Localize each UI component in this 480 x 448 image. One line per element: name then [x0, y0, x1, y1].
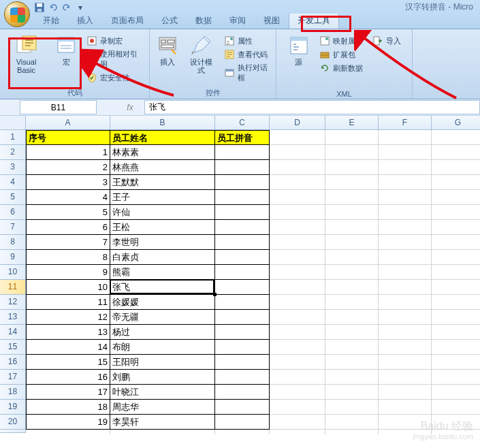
- cell-E3[interactable]: [325, 160, 379, 175]
- cell-B17[interactable]: 刘鹏: [110, 370, 215, 385]
- row-header-5[interactable]: 5: [0, 190, 26, 205]
- cell-C15[interactable]: [215, 340, 270, 355]
- row-header-19[interactable]: 19: [0, 400, 26, 415]
- cell-F2[interactable]: [379, 145, 432, 160]
- row-header-21[interactable]: [0, 430, 26, 433]
- cell-D13[interactable]: [270, 310, 325, 325]
- cell-D21[interactable]: [270, 430, 325, 434]
- row-header-6[interactable]: 6: [0, 205, 26, 220]
- cell-G9[interactable]: [432, 250, 480, 265]
- column-header-F[interactable]: F: [379, 116, 432, 130]
- cell-G10[interactable]: [432, 265, 480, 280]
- cell-A8[interactable]: 7: [26, 235, 110, 250]
- cell-B9[interactable]: 白素贞: [110, 250, 215, 265]
- select-all-corner[interactable]: [0, 116, 26, 130]
- cell-C17[interactable]: [215, 370, 270, 385]
- cell-A12[interactable]: 11: [26, 295, 110, 310]
- cell-B1[interactable]: 员工姓名: [110, 130, 215, 145]
- row-header-4[interactable]: 4: [0, 175, 26, 190]
- cell-C11[interactable]: [215, 280, 270, 295]
- cell-B7[interactable]: 王松: [110, 220, 215, 235]
- cell-D3[interactable]: [270, 160, 325, 175]
- cell-B4[interactable]: 王默默: [110, 175, 215, 190]
- cell-G20[interactable]: [432, 415, 480, 430]
- cell-C7[interactable]: [215, 220, 270, 235]
- cell-F17[interactable]: [379, 370, 432, 385]
- macro-security-button[interactable]: 宏安全性: [85, 71, 144, 84]
- cell-B19[interactable]: 周志华: [110, 400, 215, 415]
- column-header-E[interactable]: E: [325, 116, 379, 130]
- cell-F10[interactable]: [379, 265, 432, 280]
- cell-E18[interactable]: [325, 385, 379, 400]
- row-header-14[interactable]: 14: [0, 325, 26, 340]
- row-header-7[interactable]: 7: [0, 220, 26, 235]
- use-relative-refs-button[interactable]: 使用相对引用: [85, 48, 144, 70]
- cell-C12[interactable]: [215, 295, 270, 310]
- cell-G1[interactable]: [432, 130, 480, 145]
- cell-G16[interactable]: [432, 355, 480, 370]
- cell-G5[interactable]: [432, 190, 480, 205]
- cell-E21[interactable]: [325, 430, 379, 434]
- row-header-15[interactable]: 15: [0, 340, 26, 355]
- cell-B5[interactable]: 王子: [110, 190, 215, 205]
- cell-E13[interactable]: [325, 310, 379, 325]
- cell-G15[interactable]: [432, 340, 480, 355]
- cell-E10[interactable]: [325, 265, 379, 280]
- cell-E1[interactable]: [325, 130, 379, 145]
- cell-G11[interactable]: [432, 280, 480, 295]
- refresh-data-button[interactable]: 刷新数据: [318, 62, 364, 74]
- cell-A19[interactable]: 18: [26, 400, 110, 415]
- cell-B12[interactable]: 徐媛媛: [110, 295, 215, 310]
- cell-C4[interactable]: [215, 175, 270, 190]
- cell-G4[interactable]: [432, 175, 480, 190]
- cell-D10[interactable]: [270, 265, 325, 280]
- cell-G18[interactable]: [432, 385, 480, 400]
- cell-C8[interactable]: [215, 235, 270, 250]
- cell-F5[interactable]: [379, 190, 432, 205]
- cell-C10[interactable]: [215, 265, 270, 280]
- cell-D6[interactable]: [270, 205, 325, 220]
- cell-F1[interactable]: [379, 130, 432, 145]
- cell-C18[interactable]: [215, 385, 270, 400]
- cell-C1[interactable]: 员工拼音: [215, 130, 270, 145]
- cell-B18[interactable]: 叶晓江: [110, 385, 215, 400]
- cell-C21[interactable]: [215, 430, 270, 434]
- properties-button[interactable]: 属性: [223, 35, 270, 47]
- cell-F19[interactable]: [379, 400, 432, 415]
- cell-A2[interactable]: 1: [26, 145, 110, 160]
- cell-A13[interactable]: 12: [26, 310, 110, 325]
- cell-F3[interactable]: [379, 160, 432, 175]
- cell-F12[interactable]: [379, 295, 432, 310]
- cell-E9[interactable]: [325, 250, 379, 265]
- cell-B15[interactable]: 布朗: [110, 340, 215, 355]
- cell-A10[interactable]: 9: [26, 265, 110, 280]
- cell-C6[interactable]: [215, 205, 270, 220]
- fx-icon[interactable]: fx: [120, 103, 140, 112]
- cell-B10[interactable]: 熊霸: [110, 265, 215, 280]
- cell-C13[interactable]: [215, 310, 270, 325]
- cell-D12[interactable]: [270, 295, 325, 310]
- cell-B20[interactable]: 李昊轩: [110, 415, 215, 430]
- row-header-11[interactable]: 11: [0, 280, 26, 295]
- tab-开发工具[interactable]: 开发工具: [289, 12, 339, 29]
- cell-E5[interactable]: [325, 190, 379, 205]
- tab-审阅[interactable]: 审阅: [221, 12, 255, 29]
- cell-F20[interactable]: [379, 415, 432, 430]
- cell-B6[interactable]: 许仙: [110, 205, 215, 220]
- row-header-20[interactable]: 20: [0, 415, 26, 430]
- cell-E15[interactable]: [325, 340, 379, 355]
- row-header-3[interactable]: 3: [0, 160, 26, 175]
- cell-B2[interactable]: 林素素: [110, 145, 215, 160]
- tab-页面布局[interactable]: 页面布局: [102, 12, 153, 29]
- record-macro-button[interactable]: 录制宏: [85, 35, 144, 47]
- name-box[interactable]: B11: [20, 100, 97, 114]
- cell-D17[interactable]: [270, 370, 325, 385]
- cell-F21[interactable]: [379, 430, 432, 434]
- cell-A20[interactable]: 19: [26, 415, 110, 430]
- cell-C2[interactable]: [215, 145, 270, 160]
- cell-C5[interactable]: [215, 190, 270, 205]
- design-mode-button[interactable]: 设计模式: [184, 33, 219, 76]
- cell-A14[interactable]: 13: [26, 325, 110, 340]
- cell-G21[interactable]: [432, 430, 480, 434]
- visual-basic-button[interactable]: Visual Basic: [3, 33, 50, 76]
